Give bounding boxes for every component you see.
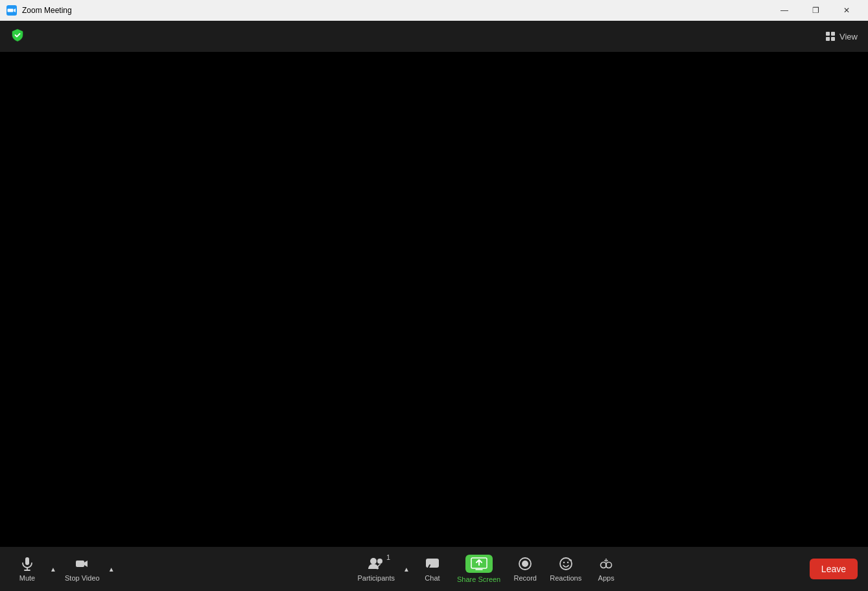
participants-label: Participants [357,574,394,582]
view-label: View [839,32,858,42]
svg-rect-5 [25,557,29,565]
participants-chevron[interactable]: ▲ [400,556,413,582]
svg-point-18 [567,562,568,563]
mute-chevron[interactable]: ▲ [47,556,60,582]
mute-label: Mute [19,574,35,582]
apps-button[interactable]: Apps [587,549,626,588]
svg-point-17 [563,562,564,563]
share-screen-label: Share Screen [457,575,500,583]
toolbar: Mute ▲ Stop Video ▲ 1 [0,547,868,591]
stop-video-label: Stop Video [65,574,100,582]
svg-rect-4 [831,37,835,41]
video-chevron[interactable]: ▲ [105,556,118,582]
reactions-label: Reactions [550,574,581,582]
share-screen-button[interactable]: Share Screen [452,549,506,588]
maximize-button[interactable]: ❐ [801,0,830,21]
security-icon[interactable] [10,28,25,45]
chat-button[interactable]: Chat [413,549,452,588]
svg-point-15 [522,561,528,567]
grid-icon [825,31,836,42]
participants-count: 1 [386,553,390,561]
reactions-button[interactable]: Reactions [545,549,587,588]
close-button[interactable]: ✕ [832,0,862,21]
title-bar: Zoom Meeting — ❐ ✕ [0,0,868,21]
window-controls: — ❐ ✕ [769,0,862,21]
svg-rect-8 [76,561,84,567]
video-group: Stop Video ▲ [60,549,118,588]
mute-group: Mute ▲ [8,549,60,588]
record-button[interactable]: Record [506,549,545,588]
chat-label: Chat [425,574,440,582]
svg-rect-3 [826,37,830,41]
meeting-header: View [0,21,868,52]
camera-icon [75,556,90,572]
record-label: Record [514,574,537,582]
svg-rect-2 [831,32,835,36]
participants-button[interactable]: 1 Participants [352,549,399,588]
video-area [0,52,868,547]
reactions-icon [558,556,574,572]
chat-icon [425,556,440,572]
leave-button[interactable]: Leave [810,559,858,579]
window-title: Zoom Meeting [22,6,862,15]
apps-label: Apps [598,574,615,582]
participants-group: 1 Participants ▲ [352,549,412,588]
zoom-app-icon [6,5,17,16]
view-button[interactable]: View [825,31,858,42]
record-icon [517,556,533,572]
participants-icon [367,556,385,570]
share-screen-icon [471,557,487,570]
svg-point-10 [377,559,382,564]
svg-rect-11 [426,559,439,568]
microphone-icon [19,556,35,572]
minimize-button[interactable]: — [769,0,799,21]
svg-point-9 [370,558,377,564]
stop-video-button[interactable]: Stop Video [60,549,105,588]
svg-point-21 [605,559,607,560]
mute-button[interactable]: Mute [8,549,47,588]
svg-rect-1 [826,32,830,36]
apps-icon [598,556,614,572]
